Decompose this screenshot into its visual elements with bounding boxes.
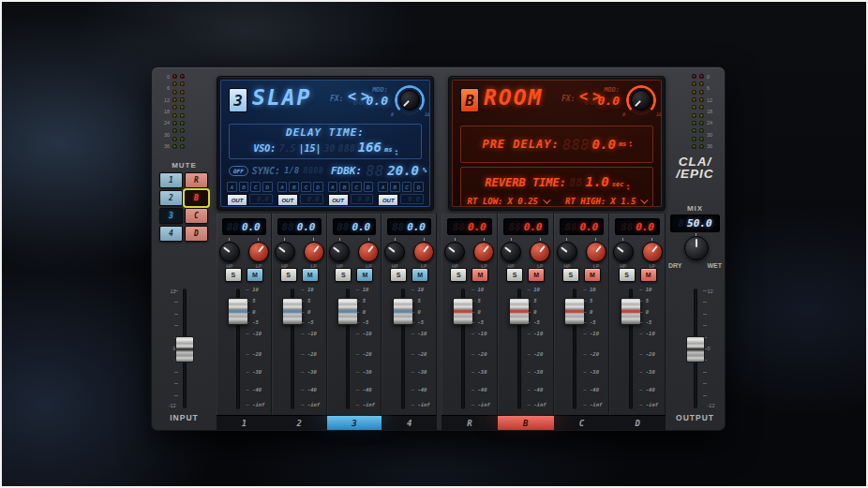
- channel-select-4[interactable]: 4: [382, 416, 437, 430]
- mix-value-display[interactable]: 8 50.0: [670, 214, 720, 232]
- mod-knob[interactable]: 0 100: [626, 85, 656, 115]
- channel-fader-handle[interactable]: [564, 298, 585, 325]
- lp-filter-knob[interactable]: [358, 242, 379, 262]
- sync-value[interactable]: 1/8: [284, 166, 299, 175]
- lp-filter-knob[interactable]: [530, 242, 550, 262]
- hp-filter-knob[interactable]: [501, 242, 521, 262]
- mute-select-button-1[interactable]: 1: [159, 172, 183, 188]
- hp-filter-knob[interactable]: [557, 242, 577, 262]
- output-fader-handle[interactable]: [686, 336, 705, 362]
- routing-out-value[interactable]: 0.0: [400, 194, 424, 204]
- channel-select-1[interactable]: 1: [217, 416, 272, 430]
- lp-filter-knob[interactable]: [473, 242, 494, 262]
- routing-bus-button-B[interactable]: B: [289, 182, 299, 192]
- channel-fader-handle[interactable]: [337, 298, 358, 325]
- mute-select-button-4[interactable]: 4: [159, 226, 183, 242]
- hp-filter-knob[interactable]: [384, 242, 405, 262]
- routing-out-button[interactable]: OUT: [378, 194, 398, 206]
- lp-filter-knob[interactable]: [413, 242, 434, 262]
- hp-filter-knob[interactable]: [613, 242, 634, 262]
- mute-button[interactable]: M: [302, 268, 319, 282]
- channel-fader-handle[interactable]: [621, 298, 641, 325]
- hp-filter-knob[interactable]: [329, 242, 350, 262]
- routing-bus-button-C[interactable]: C: [352, 182, 362, 192]
- routing-out-value[interactable]: 0.0: [300, 194, 323, 204]
- input-fader-handle[interactable]: [175, 336, 194, 362]
- mute-button[interactable]: M: [640, 268, 657, 282]
- routing-out-button[interactable]: OUT: [328, 194, 349, 206]
- routing-bus-button-B[interactable]: B: [390, 182, 400, 192]
- lp-filter-knob[interactable]: [642, 242, 663, 262]
- channel-select-B[interactable]: B: [498, 416, 554, 430]
- channel-fader-track[interactable]: [573, 288, 576, 409]
- channel-select-D[interactable]: D: [609, 416, 666, 430]
- mute-button[interactable]: M: [247, 268, 263, 282]
- rt-high-caret-icon[interactable]: [641, 196, 649, 203]
- channel-fader-track[interactable]: [291, 288, 294, 409]
- mod-value[interactable]: 0.0: [367, 94, 388, 108]
- fdbk-value[interactable]: 20.0: [387, 163, 419, 178]
- channel-select-R[interactable]: R: [441, 416, 498, 430]
- rt-low-caret-icon[interactable]: [543, 196, 550, 203]
- delay-time-spinner[interactable]: ▴▾: [395, 149, 397, 156]
- solo-button[interactable]: S: [506, 268, 523, 282]
- solo-button[interactable]: S: [450, 268, 467, 282]
- routing-bus-button-D[interactable]: D: [262, 182, 273, 192]
- routing-bus-button-A[interactable]: A: [378, 182, 388, 192]
- routing-bus-button-C[interactable]: C: [250, 182, 261, 192]
- channel-select-C[interactable]: C: [554, 416, 610, 430]
- channel-fader-handle[interactable]: [509, 298, 530, 325]
- routing-out-value[interactable]: 0.0: [351, 194, 374, 204]
- routing-out-button[interactable]: OUT: [277, 194, 298, 206]
- mute-select-button-R[interactable]: R: [185, 172, 208, 188]
- lp-filter-knob[interactable]: [248, 242, 269, 262]
- lp-filter-knob[interactable]: [586, 242, 606, 262]
- reverb-time-spinner[interactable]: ▴▾: [626, 184, 628, 191]
- channel-fader-track[interactable]: [629, 288, 633, 409]
- routing-bus-button-B[interactable]: B: [239, 182, 249, 192]
- routing-bus-button-A[interactable]: A: [227, 182, 237, 192]
- mute-select-button-3[interactable]: 3: [159, 208, 183, 224]
- routing-bus-button-A[interactable]: A: [328, 182, 338, 192]
- pre-delay-spinner[interactable]: ▴▾: [629, 140, 631, 148]
- channel-gain-display[interactable]: 880.0: [387, 218, 431, 235]
- mute-select-button-B[interactable]: B: [185, 190, 208, 206]
- mute-button[interactable]: M: [471, 268, 488, 282]
- routing-bus-button-C[interactable]: C: [402, 182, 412, 192]
- mod-value[interactable]: 0.0: [598, 94, 620, 108]
- channel-fader-track[interactable]: [401, 288, 405, 409]
- channel-fader-track[interactable]: [236, 288, 240, 409]
- channel-fader-handle[interactable]: [282, 298, 303, 325]
- channel-gain-display[interactable]: 880.0: [503, 218, 548, 235]
- channel-fader-handle[interactable]: [393, 298, 413, 325]
- input-fader-track[interactable]: [183, 288, 187, 408]
- mute-select-button-C[interactable]: C: [185, 208, 208, 224]
- solo-button[interactable]: S: [390, 268, 407, 282]
- channel-select-2[interactable]: 2: [272, 416, 327, 430]
- channel-fader-handle[interactable]: [453, 298, 473, 325]
- channel-gain-display[interactable]: 880.0: [447, 218, 492, 235]
- hp-filter-knob[interactable]: [275, 242, 295, 262]
- routing-bus-button-D[interactable]: D: [364, 182, 374, 192]
- channel-fader-track[interactable]: [517, 288, 521, 409]
- solo-button[interactable]: S: [562, 268, 579, 282]
- routing-bus-button-C[interactable]: C: [301, 182, 311, 192]
- routing-out-value[interactable]: 0.0: [249, 194, 273, 204]
- routing-bus-button-D[interactable]: D: [313, 182, 323, 192]
- pre-delay-value[interactable]: 0.0: [592, 137, 616, 152]
- mute-button[interactable]: M: [584, 268, 601, 282]
- solo-button[interactable]: S: [225, 268, 242, 282]
- channel-fader-track[interactable]: [461, 288, 465, 409]
- routing-bus-button-D[interactable]: D: [413, 182, 424, 192]
- mute-button[interactable]: M: [356, 268, 373, 282]
- rt-low-dropdown[interactable]: X 0.25: [507, 197, 538, 206]
- channel-select-3[interactable]: 3: [327, 416, 382, 430]
- solo-button[interactable]: S: [335, 268, 352, 282]
- delay-time-value[interactable]: 166: [358, 140, 382, 155]
- dry-wet-knob[interactable]: [684, 236, 709, 260]
- hp-filter-knob[interactable]: [219, 242, 240, 262]
- channel-fader-handle[interactable]: [228, 298, 248, 325]
- routing-bus-button-B[interactable]: B: [339, 182, 350, 192]
- output-fader-track[interactable]: [694, 288, 697, 408]
- mute-select-button-2[interactable]: 2: [159, 190, 183, 206]
